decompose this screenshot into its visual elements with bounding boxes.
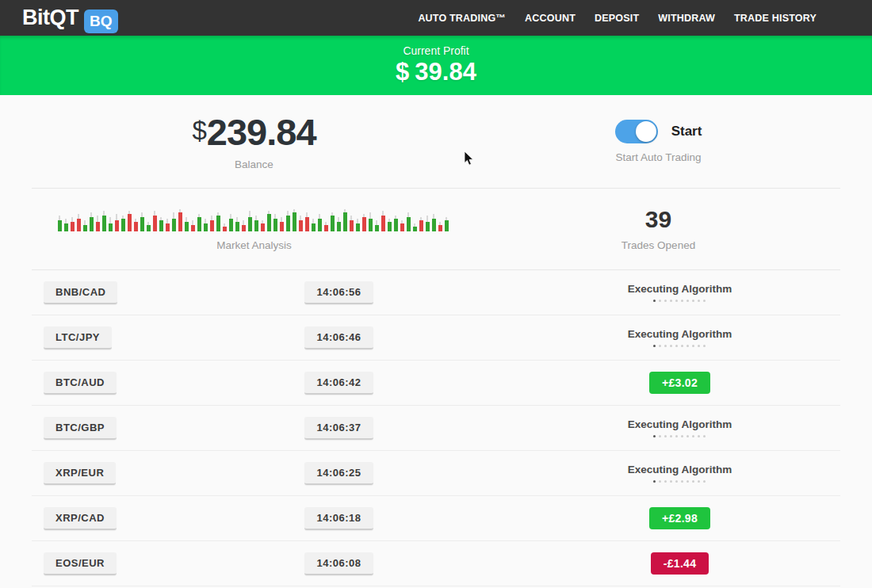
loader-dots (628, 300, 732, 302)
candle (185, 217, 189, 231)
toggle-knob (636, 121, 656, 142)
candle (394, 216, 398, 231)
candle (134, 219, 138, 231)
loader-dots (628, 345, 732, 347)
candle (388, 219, 392, 231)
candle (191, 220, 195, 231)
balance-label: Balance (235, 158, 273, 170)
trade-row: BTC/AUD 14:06:42 +£3.02 (32, 361, 840, 406)
trade-time-chip: 14:06:37 (304, 417, 373, 440)
loader-dots (628, 480, 732, 483)
candle (286, 211, 290, 231)
candle (159, 217, 163, 231)
candle (216, 212, 220, 231)
candle (128, 211, 132, 231)
candle (261, 220, 265, 231)
trades-table: BNB/CAD 14:06:56 Executing Algorithm LTC… (32, 270, 840, 586)
candle (147, 222, 151, 231)
candle (235, 217, 239, 231)
candle (273, 214, 277, 231)
top-navigation-bar: BitQT BQ AUTO TRADING™ ACCOUNT DEPOSIT W… (0, 0, 872, 36)
nav-auto-trading[interactable]: AUTO TRADING™ (418, 13, 506, 24)
auto-trading-section: Start Start Auto Trading (476, 95, 840, 188)
loader-dots (628, 435, 732, 437)
auto-trading-toggle[interactable] (615, 120, 658, 143)
trade-time-chip: 14:06:56 (304, 281, 373, 304)
nav-account[interactable]: ACCOUNT (525, 13, 576, 24)
candle (58, 216, 62, 231)
auto-trading-label: Start Auto Trading (615, 151, 701, 163)
candle (166, 219, 170, 231)
executing-status: Executing Algorithm (628, 283, 732, 302)
candle (96, 216, 100, 231)
candle (343, 209, 347, 231)
logo-text: BitQT (22, 6, 78, 30)
trade-time-chip: 14:06:42 (304, 372, 373, 395)
candle (362, 214, 366, 231)
trade-result-badge: -£1.44 (651, 552, 709, 575)
candle (407, 212, 411, 231)
nav-deposit[interactable]: DEPOSIT (595, 13, 639, 24)
candle (242, 220, 246, 231)
candle (178, 209, 182, 231)
trade-row: BNB/CAD 14:06:56 Executing Algorithm (32, 270, 840, 315)
executing-status: Executing Algorithm (628, 328, 732, 347)
trade-time-chip: 14:06:25 (304, 462, 373, 485)
trade-row: BTC/GBP 14:06:37 Executing Algorithm (32, 406, 840, 451)
candle (356, 219, 360, 231)
currency-symbol: $ (192, 116, 206, 146)
logo-badge-icon: BQ (84, 10, 118, 33)
candle (413, 223, 417, 231)
trade-row: LTC/JPY 14:06:46 Executing Algorithm (32, 315, 840, 361)
executing-label: Executing Algorithm (628, 418, 732, 430)
executing-label: Executing Algorithm (628, 464, 732, 475)
candle (83, 220, 87, 231)
trades-opened-count: 39 (645, 208, 671, 231)
candle (71, 217, 75, 231)
candle (381, 211, 385, 231)
candle (140, 212, 144, 231)
executing-status: Executing Algorithm (628, 464, 732, 483)
executing-status: Executing Algorithm (628, 418, 732, 437)
candle (400, 220, 404, 231)
trade-result-badge: +£2.98 (649, 507, 710, 529)
candle (121, 216, 125, 231)
app-logo[interactable]: BitQT BQ (22, 6, 118, 30)
currency-pair-chip: XRP/CAD (44, 507, 117, 530)
currency-pair-chip: LTC/JPY (44, 326, 112, 349)
main-content: $ 239.84 Balance Start Start Auto Tradin… (0, 95, 872, 586)
balance-and-toggle-row: $ 239.84 Balance Start Start Auto Tradin… (32, 95, 840, 189)
candle (210, 216, 214, 231)
trade-time-chip: 14:06:18 (304, 507, 373, 530)
candle (102, 211, 106, 231)
candle (90, 212, 94, 231)
balance-amount: 239.84 (207, 113, 316, 151)
candle (369, 212, 373, 231)
candle (438, 222, 442, 231)
candle (153, 211, 157, 231)
candle (197, 214, 201, 231)
candle (204, 219, 208, 231)
trade-time-chip: 14:06:08 (304, 552, 373, 575)
currency-pair-chip: BNB/CAD (44, 281, 117, 304)
currency-pair-chip: EOS/EUR (44, 552, 117, 575)
candle (432, 214, 436, 231)
candle (77, 214, 81, 231)
trade-row: XRP/EUR 14:06:25 Executing Algorithm (32, 451, 840, 496)
current-profit-value: $ 39.84 (396, 58, 476, 86)
candle (299, 216, 303, 231)
nav-trade-history[interactable]: TRADE HISTORY (734, 13, 817, 24)
candlestick-chart (58, 208, 451, 231)
toggle-state-label: Start (671, 124, 702, 139)
candle (229, 214, 233, 231)
candle (318, 214, 322, 231)
profit-amount: 39.84 (415, 58, 476, 86)
candle (172, 212, 176, 231)
nav-withdraw[interactable]: WITHDRAW (658, 13, 715, 24)
trade-row: EOS/EUR 14:06:08 -£1.44 (32, 541, 840, 586)
executing-label: Executing Algorithm (628, 328, 732, 340)
currency-symbol: $ (396, 58, 409, 86)
candle (445, 217, 449, 231)
currency-pair-chip: BTC/AUD (44, 372, 117, 395)
candle (64, 219, 68, 231)
